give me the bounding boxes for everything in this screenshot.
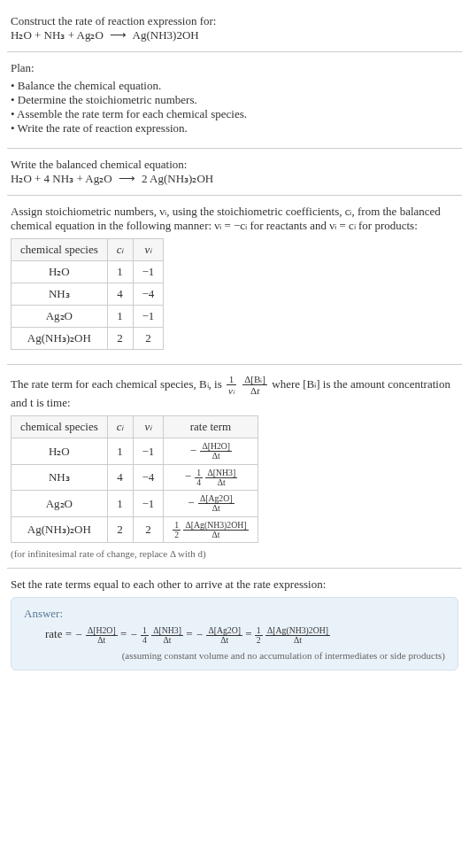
equals: =	[245, 628, 255, 641]
cell-ci: 2	[107, 328, 133, 350]
balanced-equation: H₂O + 4 NH₃ + Ag₂O ⟶ 2 Ag(NH₃)₂OH	[11, 172, 458, 186]
table-header-row: chemical species cᵢ νᵢ rate term	[12, 416, 258, 438]
fraction: Δ[NH3]Δt	[205, 469, 237, 487]
rateterm-intro: The rate term for each chemical species,…	[11, 374, 458, 410]
table-row: Ag(NH₃)₂OH 2 2	[12, 328, 164, 350]
table-row: NH₃ 4 −4	[12, 283, 164, 306]
fraction: 14	[141, 626, 149, 645]
cell-species: Ag₂O	[12, 491, 108, 517]
plan-item: Write the rate of reaction expression.	[11, 121, 458, 136]
divider	[7, 51, 462, 52]
cell-species: Ag(NH₃)₂OH	[12, 328, 108, 350]
fraction: 1νᵢ	[225, 374, 238, 396]
stoich-intro: Assign stoichiometric numbers, νᵢ, using…	[11, 205, 458, 233]
cell-vi: −1	[133, 261, 164, 283]
cell-vi: −1	[133, 306, 164, 328]
rateterm-section: The rate term for each chemical species,…	[7, 367, 462, 566]
balanced-title: Write the balanced chemical equation:	[11, 158, 458, 172]
divider	[7, 364, 462, 365]
col-ci: cᵢ	[107, 239, 133, 261]
divider	[7, 568, 462, 569]
cell-ci: 4	[107, 283, 133, 306]
fraction: 12	[255, 626, 263, 645]
cell-species: NH₃	[12, 283, 108, 306]
cell-species: H₂O	[12, 438, 108, 465]
cell-vi: 2	[133, 516, 164, 543]
fraction: 14	[195, 469, 203, 487]
cell-species: H₂O	[12, 261, 108, 283]
fraction: Δ[Bᵢ]Δt	[241, 374, 269, 396]
fraction: Δ[Ag(NH3)2OH]Δt	[183, 521, 248, 539]
plan-section: Plan: Balance the chemical equation. Det…	[7, 54, 462, 146]
eq-rhs: 2 Ag(NH₃)₂OH	[142, 172, 213, 185]
cell-species: NH₃	[12, 464, 108, 491]
col-vi: νᵢ	[133, 416, 164, 438]
stoich-section: Assign stoichiometric numbers, νᵢ, using…	[7, 198, 462, 362]
rateterm-table: chemical species cᵢ νᵢ rate term H₂O 1 −…	[11, 415, 258, 543]
answer-box: Answer: rate = − Δ[H2O]Δt = − 14 Δ[NH3]Δ…	[11, 597, 458, 670]
fraction: Δ[NH3]Δt	[151, 626, 183, 645]
cell-vi: −4	[133, 464, 164, 491]
fraction: Δ[Ag2O]Δt	[206, 626, 242, 645]
col-vi: νᵢ	[133, 239, 164, 261]
equals: =	[186, 628, 196, 641]
cell-ci: 1	[107, 306, 133, 328]
prompt-title: Construct the rate of reaction expressio…	[11, 14, 458, 28]
final-intro: Set the rate terms equal to each other t…	[11, 577, 458, 592]
fraction: Δ[Ag2O]Δt	[198, 494, 234, 513]
col-species: chemical species	[12, 416, 108, 438]
rateterm-note: (for infinitesimal rate of change, repla…	[11, 548, 458, 559]
table-row: Ag₂O 1 −1	[12, 306, 164, 328]
fraction: Δ[Ag(NH3)2OH]Δt	[265, 626, 330, 645]
fraction: Δ[H2O]Δt	[86, 626, 118, 645]
final-section: Set the rate terms equal to each other t…	[7, 570, 462, 683]
cell-species: Ag₂O	[12, 306, 108, 328]
col-rate: rate term	[164, 416, 258, 438]
fraction: Δ[H2O]Δt	[200, 442, 232, 461]
balanced-section: Write the balanced chemical equation: H₂…	[7, 151, 462, 193]
cell-ci: 1	[107, 491, 133, 517]
plan-title: Plan:	[11, 61, 458, 75]
arrow-icon: ⟶	[106, 28, 130, 42]
cell-ci: 4	[107, 464, 133, 491]
col-ci: cᵢ	[107, 416, 133, 438]
equals: =	[120, 628, 130, 641]
prompt-section: Construct the rate of reaction expressio…	[7, 7, 462, 50]
table-row: H₂O 1 −1	[12, 261, 164, 283]
cell-vi: −4	[133, 283, 164, 306]
divider	[7, 148, 462, 149]
stoich-table: chemical species cᵢ νᵢ H₂O 1 −1 NH₃ 4 −4…	[11, 238, 164, 350]
plan-item: Determine the stoichiometric numbers.	[11, 93, 458, 107]
table-row: Ag(NH₃)₂OH 2 2 12 Δ[Ag(NH3)2OH]Δt	[12, 516, 258, 543]
cell-ci: 1	[107, 438, 133, 465]
table-row: Ag₂O 1 −1 − Δ[Ag2O]Δt	[12, 491, 258, 517]
arrow-icon: ⟶	[115, 172, 139, 185]
cell-rate: − Δ[Ag2O]Δt	[164, 491, 258, 517]
eq-lhs: H₂O + NH₃ + Ag₂O	[11, 28, 104, 42]
table-row: H₂O 1 −1 − Δ[H2O]Δt	[12, 438, 258, 465]
plan-list: Balance the chemical equation. Determine…	[11, 79, 458, 136]
table-header-row: chemical species cᵢ νᵢ	[12, 239, 164, 261]
cell-rate: − Δ[H2O]Δt	[164, 438, 258, 465]
answer-expression: rate = − Δ[H2O]Δt = − 14 Δ[NH3]Δt = − Δ[…	[24, 626, 445, 645]
cell-species: Ag(NH₃)₂OH	[12, 516, 108, 543]
col-species: chemical species	[12, 239, 108, 261]
cell-rate: − 14 Δ[NH3]Δt	[164, 464, 258, 491]
eq-rhs: Ag(NH3)2OH	[133, 28, 199, 42]
plan-item: Assemble the rate term for each chemical…	[11, 107, 458, 121]
cell-vi: −1	[133, 491, 164, 517]
cell-rate: 12 Δ[Ag(NH3)2OH]Δt	[164, 516, 258, 543]
eq-lhs: H₂O + 4 NH₃ + Ag₂O	[11, 172, 112, 185]
rate-label: rate =	[45, 628, 74, 641]
fraction: 12	[173, 521, 181, 539]
answer-label: Answer:	[24, 607, 445, 621]
cell-vi: 2	[133, 328, 164, 350]
plan-item: Balance the chemical equation.	[11, 79, 458, 93]
cell-ci: 1	[107, 261, 133, 283]
prompt-equation: H₂O + NH₃ + Ag₂O ⟶ Ag(NH3)2OH	[11, 28, 458, 43]
assumption-note: (assuming constant volume and no accumul…	[24, 650, 445, 661]
divider	[7, 195, 462, 196]
table-row: NH₃ 4 −4 − 14 Δ[NH3]Δt	[12, 464, 258, 491]
cell-vi: −1	[133, 438, 164, 465]
cell-ci: 2	[107, 516, 133, 543]
